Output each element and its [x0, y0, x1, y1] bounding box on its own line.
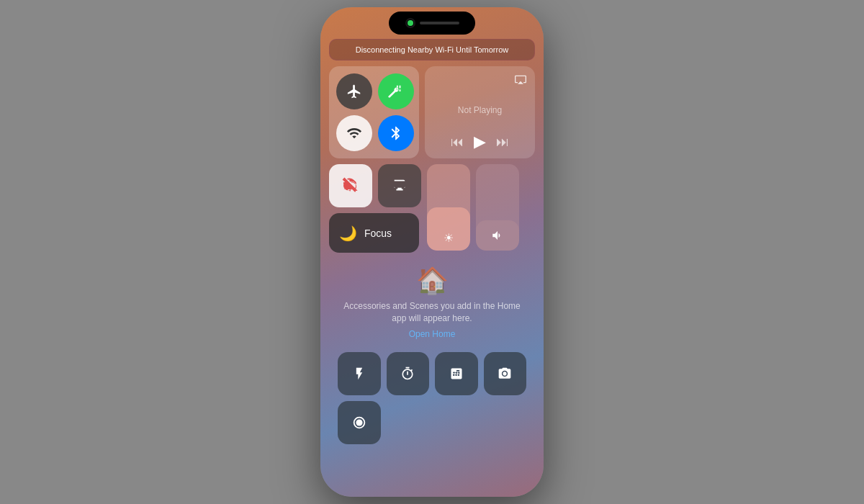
media-controls: ⏮ ▶ ⏭ [433, 132, 526, 151]
rewind-button[interactable]: ⏮ [451, 135, 464, 150]
control-center: Disconnecting Nearby Wi-Fi Until Tomorro… [320, 39, 544, 453]
camera-button[interactable] [484, 352, 527, 395]
airplane-mode-button[interactable] [336, 73, 372, 109]
dynamic-island [389, 12, 475, 35]
focus-button[interactable]: 🌙 Focus [329, 213, 419, 253]
wifi-disconnect-banner[interactable]: Disconnecting Nearby Wi-Fi Until Tomorro… [329, 39, 535, 60]
flashlight-button[interactable] [338, 352, 381, 395]
connectivity-tile [329, 66, 419, 158]
status-bar [320, 7, 544, 39]
home-description: Accessories and Scenes you add in the Ho… [336, 300, 528, 325]
moon-icon: 🌙 [339, 225, 357, 242]
sliders-area: ☀ [427, 164, 519, 253]
calculator-button[interactable] [435, 352, 478, 395]
timer-button[interactable] [387, 352, 430, 395]
bluetooth-button[interactable] [378, 115, 414, 151]
focus-label: Focus [364, 228, 392, 239]
cellular-button[interactable] [378, 73, 414, 109]
screen-mirror-button[interactable] [378, 164, 421, 207]
now-playing-header [433, 73, 526, 88]
bottom-toolbar [329, 352, 535, 395]
green-dot-indicator [405, 18, 415, 28]
volume-slider[interactable] [476, 164, 519, 251]
phone-frame: Disconnecting Nearby Wi-Fi Until Tomorro… [320, 7, 544, 497]
fast-forward-button[interactable]: ⏭ [496, 135, 509, 150]
svg-point-1 [356, 419, 362, 426]
screen-rotation-lock-button[interactable] [329, 164, 372, 207]
volume-icon [491, 229, 504, 245]
now-playing-status: Not Playing [433, 102, 526, 118]
wifi-banner-text: Disconnecting Nearby Wi-Fi Until Tomorro… [356, 45, 509, 54]
last-row [329, 401, 535, 444]
island-bar [420, 22, 459, 24]
brightness-icon: ☀ [444, 231, 454, 245]
home-section: 🏠 Accessories and Scenes you add in the … [329, 258, 535, 346]
left-col: 🌙 Focus [329, 164, 421, 253]
play-button[interactable]: ▶ [474, 132, 486, 151]
screen-record-button[interactable] [338, 401, 381, 444]
open-home-button[interactable]: Open Home [409, 329, 456, 339]
home-icon: 🏠 [416, 266, 449, 296]
wifi-button[interactable] [336, 115, 372, 151]
brightness-slider[interactable]: ☀ [427, 164, 470, 251]
top-left-buttons [329, 164, 421, 207]
airplay-button[interactable] [515, 73, 526, 88]
top-row: Not Playing ⏮ ▶ ⏭ [329, 66, 535, 158]
middle-row: 🌙 Focus ☀ [329, 164, 535, 253]
now-playing-tile: Not Playing ⏮ ▶ ⏭ [425, 66, 535, 158]
